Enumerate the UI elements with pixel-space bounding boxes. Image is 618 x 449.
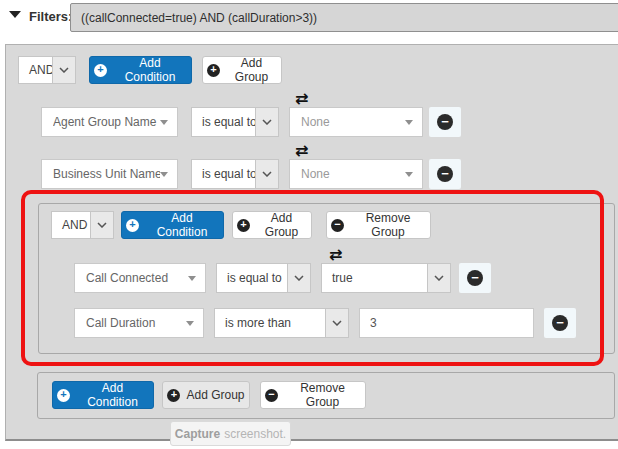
chevron-down-icon — [255, 108, 278, 136]
filter-builder-screen: Filters: ((callConnected=true) AND (call… — [0, 0, 618, 449]
dropdown-triangle-icon — [188, 276, 196, 281]
field-select[interactable]: Business Unit Name — [41, 159, 178, 189]
logic-operator-value: AND — [52, 212, 90, 238]
add-condition-button[interactable]: + Add Condition — [89, 56, 192, 84]
operator-select[interactable]: is equal to — [191, 107, 279, 137]
dropdown-triangle-icon — [186, 321, 194, 326]
remove-condition-button[interactable]: − — [459, 263, 491, 293]
chevron-down-icon — [287, 264, 310, 292]
add-group-button[interactable]: + Add Group — [232, 211, 312, 239]
minus-circle-icon: − — [331, 219, 344, 232]
minus-circle-icon: − — [467, 270, 483, 286]
value-select[interactable]: None — [289, 159, 423, 189]
capture-screenshot-tooltip: Capture screenshot. — [170, 421, 291, 446]
chevron-down-icon — [325, 309, 348, 337]
add-group-label: Add Group — [186, 388, 244, 402]
add-group-button[interactable]: + Add Group — [162, 381, 250, 409]
add-group-button[interactable]: + Add Group — [202, 56, 282, 84]
plus-circle-icon: + — [94, 64, 107, 77]
remove-condition-button[interactable]: − — [429, 159, 461, 189]
minus-circle-icon: − — [437, 114, 453, 130]
operator-select[interactable]: is more than — [214, 308, 349, 338]
minus-circle-icon: − — [552, 315, 568, 331]
logic-operator-select[interactable]: AND — [51, 211, 114, 239]
swap-values-icon[interactable]: ⇄ — [295, 91, 308, 107]
remove-condition-button[interactable]: − — [429, 107, 461, 137]
minus-circle-icon: − — [437, 166, 453, 182]
add-condition-button[interactable]: + Add Condition — [52, 381, 154, 409]
remove-group-label: Remove Group — [284, 381, 361, 409]
chevron-down-icon — [427, 264, 450, 292]
tooltip-bold-text: Capture — [175, 427, 220, 441]
filter-builder-panel: AND + Add Condition + Add Group ⇄ Agent … — [5, 44, 618, 441]
add-condition-label: Add Condition — [76, 381, 149, 409]
dropdown-triangle-icon — [405, 172, 413, 177]
value-select[interactable]: true — [321, 263, 451, 293]
plus-circle-icon: + — [126, 219, 139, 232]
dropdown-triangle-icon — [160, 120, 168, 125]
dropdown-triangle-icon — [405, 120, 413, 125]
plus-circle-icon: + — [207, 64, 220, 77]
dropdown-triangle-icon — [160, 172, 168, 177]
remove-group-button[interactable]: − Remove Group — [260, 381, 366, 409]
chevron-down-icon — [52, 57, 75, 83]
tooltip-text: screenshot. — [224, 427, 286, 441]
minus-circle-icon: − — [265, 389, 278, 402]
logic-operator-select[interactable]: AND — [18, 56, 76, 84]
filter-expression-text: ((callConnected=true) AND (callDuration>… — [81, 11, 317, 25]
add-group-label: Add Group — [226, 56, 277, 84]
add-condition-label: Add Condition — [145, 211, 219, 239]
field-select[interactable]: Call Duration — [74, 308, 204, 338]
value-select[interactable]: None — [289, 107, 423, 137]
field-select[interactable]: Call Connected — [74, 263, 206, 293]
logic-operator-value: AND — [19, 57, 52, 83]
field-select[interactable]: Agent Group Name — [41, 107, 178, 137]
plus-circle-icon: + — [237, 219, 250, 232]
swap-values-icon[interactable]: ⇄ — [295, 143, 308, 159]
collapse-caret-icon[interactable] — [9, 11, 21, 18]
value-input[interactable] — [359, 308, 534, 338]
add-condition-label: Add Condition — [113, 56, 187, 84]
operator-select[interactable]: is equal to — [216, 263, 311, 293]
filter-expression-box[interactable]: ((callConnected=true) AND (callDuration>… — [70, 3, 618, 32]
plus-circle-icon: + — [167, 389, 180, 402]
remove-group-button[interactable]: − Remove Group — [326, 211, 431, 239]
add-group-label: Add Group — [256, 211, 307, 239]
filters-label: Filters: — [29, 9, 72, 24]
plus-circle-icon: + — [57, 389, 70, 402]
swap-values-icon[interactable]: ⇄ — [329, 247, 342, 263]
operator-select[interactable]: is equal to — [191, 159, 279, 189]
remove-group-label: Remove Group — [350, 211, 426, 239]
add-condition-button[interactable]: + Add Condition — [121, 211, 224, 239]
chevron-down-icon — [255, 160, 278, 188]
chevron-down-icon — [90, 212, 113, 238]
remove-condition-button[interactable]: − — [544, 308, 576, 338]
